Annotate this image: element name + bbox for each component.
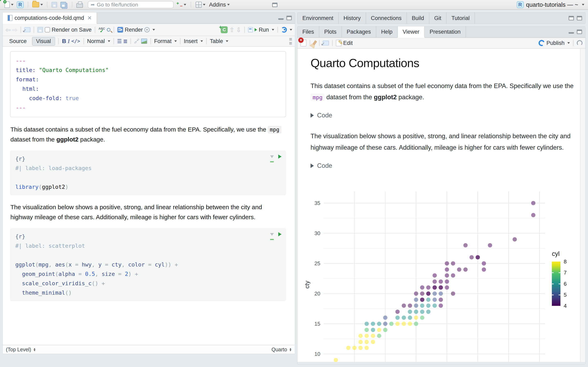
tab-environment[interactable]: Environment (297, 12, 339, 24)
panes-layout-button[interactable] (195, 1, 206, 8)
tab-history[interactable]: History (339, 12, 366, 24)
forward-icon[interactable]: ⇨ (12, 26, 17, 33)
clear-viewer-icon[interactable] (300, 40, 306, 47)
gridline-major (324, 263, 545, 264)
run-chunks-above-icon[interactable] (270, 155, 274, 158)
publish-button-label[interactable]: Publish (546, 40, 564, 46)
run-chunk-icon[interactable] (278, 232, 282, 236)
viewer-scrollbar[interactable] (580, 49, 585, 362)
vcs-button[interactable] (176, 1, 187, 8)
next-chunk-icon[interactable]: ⇩ (236, 26, 241, 33)
render-icon[interactable] (117, 27, 123, 33)
publish-icon[interactable] (538, 39, 545, 47)
code-fold-toggle-1[interactable]: Code (311, 112, 576, 119)
tab-packages[interactable]: Packages (342, 26, 376, 37)
data-point (420, 304, 424, 308)
bold-button[interactable]: B (62, 38, 66, 44)
maximize-pane-icon[interactable] (577, 16, 582, 20)
outline-location[interactable]: (Top Level) (6, 347, 31, 352)
data-point (476, 255, 480, 259)
yaml-front-matter[interactable]: ---title: "Quarto Computations"format: h… (10, 51, 286, 117)
code-format-button[interactable]: </> (71, 38, 80, 44)
spellcheck-icon[interactable]: ABC✓ (98, 27, 105, 32)
new-file-button[interactable]: + (4, 1, 14, 8)
save-button[interactable] (51, 1, 58, 8)
editor-paragraph-1[interactable]: This dataset contains a subset of the fu… (10, 125, 286, 144)
visual-mode-button[interactable]: Visual (32, 37, 55, 46)
legend-tick-label: 6 (564, 281, 567, 287)
maximize-pane-icon[interactable] (577, 30, 582, 34)
outline-toggle-icon[interactable]: ≡≡ (289, 37, 292, 45)
source-rerun-icon[interactable] (281, 27, 287, 33)
link-icon[interactable]: 🔗︎ (134, 38, 139, 44)
data-point (414, 316, 418, 320)
code-fold-toggle-2[interactable]: Code (311, 162, 576, 169)
open-file-button[interactable] (31, 2, 44, 8)
tab-computations-code-fold[interactable]: computations-code-fold.qmd ✕ (3, 12, 97, 24)
document-type[interactable]: Quarto (272, 347, 287, 352)
table-menu[interactable]: Table (210, 38, 223, 44)
bullet-list-icon[interactable]: ☰ (117, 38, 121, 44)
tab-files[interactable]: Files (297, 26, 319, 37)
tab-connections[interactable]: Connections (366, 12, 407, 24)
editor-paragraph-2[interactable]: The visualization below shows a positive… (10, 202, 286, 222)
minimize-pane-icon[interactable] (569, 30, 574, 34)
restore-pane-icon[interactable] (272, 3, 277, 7)
paragraph-style-select[interactable]: Normal (87, 38, 105, 44)
tab-git[interactable]: Git (429, 12, 447, 24)
save-icon[interactable] (37, 27, 43, 33)
italic-button[interactable]: I (68, 38, 70, 44)
tab-build[interactable]: Build (407, 12, 429, 24)
render-on-save-checkbox[interactable] (45, 27, 50, 33)
editor-content[interactable]: ---title: "Quarto Computations"format: h… (3, 47, 295, 345)
gridline-major (354, 192, 355, 362)
tab-viewer[interactable]: Viewer (398, 26, 425, 38)
run-button-label[interactable]: Run (259, 27, 269, 33)
source-mode-button[interactable]: Source (6, 37, 30, 45)
render-button-label[interactable]: Render (125, 27, 143, 33)
popout-editor-icon[interactable] (24, 27, 30, 32)
broom-icon[interactable] (312, 40, 317, 46)
back-icon[interactable]: ⇦ (6, 26, 11, 33)
tab-plots[interactable]: Plots (319, 26, 342, 37)
refresh-icon[interactable] (577, 40, 582, 46)
code-chunk-scatterplot[interactable]: {r}#| label: scatterplot ggplot(mpg, aes… (10, 228, 286, 301)
open-in-new-window-icon[interactable] (323, 41, 329, 45)
separator (319, 40, 320, 46)
code-line: --- (16, 56, 280, 66)
data-point (359, 340, 363, 344)
run-chunks-above-icon[interactable] (270, 233, 274, 236)
save-all-button[interactable] (60, 1, 69, 8)
addins-button[interactable]: Addins (208, 1, 231, 8)
search-icon[interactable] (107, 28, 111, 32)
previous-chunk-icon[interactable]: ⇧ (229, 26, 234, 33)
insert-menu[interactable]: Insert (184, 38, 198, 44)
code-chunk-load-packages[interactable]: {r}#| label: load-packages library(ggplo… (10, 150, 286, 195)
numbered-list-icon[interactable]: ≣ (123, 38, 127, 44)
insert-chunk-button[interactable]: C (221, 26, 228, 33)
tab-presentation[interactable]: Presentation (425, 26, 466, 37)
close-icon[interactable]: ✕ (87, 15, 92, 21)
chevron-down-icon (227, 4, 230, 6)
edit-button-label[interactable]: Edit (343, 40, 353, 46)
maximize-pane-icon[interactable] (286, 16, 292, 20)
project-name: quarto-tutorials — ~ (526, 1, 578, 8)
minimize-pane-icon[interactable] (278, 16, 284, 20)
format-menu[interactable]: Format (154, 38, 172, 44)
new-project-button[interactable]: R+ (16, 1, 25, 8)
goto-file-function-input[interactable]: ➦ Go to file/function (88, 1, 173, 8)
data-point (377, 328, 381, 332)
project-menu[interactable]: R quarto-tutorials — ~ (517, 1, 584, 8)
tab-tutorial[interactable]: Tutorial (447, 12, 475, 24)
run-chunk-icon[interactable] (278, 155, 282, 159)
print-button[interactable] (76, 1, 84, 8)
goto-arrow-icon: ➦ (91, 2, 95, 8)
restore-pane-icon[interactable] (569, 16, 574, 20)
gridline-major (539, 192, 540, 362)
image-icon[interactable] (141, 39, 147, 44)
viewer-toolbar: Edit Publish (297, 38, 585, 49)
tab-help[interactable]: Help (376, 26, 398, 37)
viewer-content[interactable]: 101520253035ctycyl87654 Quarto Computati… (297, 49, 585, 362)
edit-icon[interactable] (336, 40, 342, 46)
gear-icon[interactable] (144, 27, 150, 33)
